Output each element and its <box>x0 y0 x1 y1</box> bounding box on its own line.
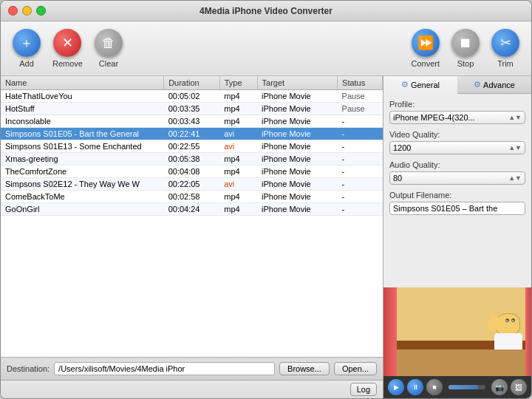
file-type: mp4 <box>219 103 257 115</box>
file-target: iPhone Movie <box>257 191 337 203</box>
file-target: iPhone Movie <box>257 140 337 153</box>
status-badge: Pause <box>338 103 383 115</box>
file-type: avi <box>219 178 257 191</box>
status-badge: - <box>338 115 383 128</box>
file-type: mp4 <box>219 90 257 103</box>
clear-button[interactable]: 🗑 Clear <box>90 26 127 71</box>
preview-extra-button[interactable]: 🖼 <box>511 379 527 395</box>
file-name: GoOnGirl <box>1 203 164 216</box>
table-row[interactable]: GoOnGirl00:04:24mp4iPhone Movie- <box>1 203 383 216</box>
file-target: iPhone Movie <box>257 90 337 103</box>
file-type: avi <box>219 140 257 153</box>
settings-area: Profile: iPhone MPEG-4(320... ▲▼ Video Q… <box>383 94 531 287</box>
convert-button[interactable]: ⏩ Convert <box>406 26 444 71</box>
file-name: Simpsons S02E12 - They Way We W <box>1 178 164 191</box>
file-name: Simpsons S01E13 - Some Enchanted <box>1 140 164 153</box>
file-duration: 00:04:08 <box>164 166 220 178</box>
preview-controls: ▶ ⏸ ■ 📷 🖼 <box>383 376 531 398</box>
file-name: Xmas-greeting <box>1 153 164 166</box>
tab-advance[interactable]: ⚙ Advance <box>457 76 531 93</box>
convert-icon: ⏩ <box>412 29 440 57</box>
destination-label: Destination: <box>7 364 50 373</box>
table-row[interactable]: Inconsolable00:03:43mp4iPhone Movie- <box>1 115 383 128</box>
stop-button[interactable]: ⏹ Stop <box>447 26 484 71</box>
remove-button[interactable]: ✕ Remove <box>48 26 87 71</box>
file-duration: 00:02:58 <box>164 191 220 203</box>
file-target: iPhone Movie <box>257 115 337 128</box>
gear-icon: ⚙ <box>401 80 409 89</box>
file-name: ComeBackToMe <box>1 191 164 203</box>
file-type: mp4 <box>219 166 257 178</box>
col-name[interactable]: Name <box>1 76 164 90</box>
add-button[interactable]: ＋ Add <box>8 26 45 71</box>
table-row[interactable]: HotStuff00:03:35mp4iPhone MoviePause <box>1 103 383 115</box>
table-row[interactable]: ComeBackToMe00:02:58mp4iPhone Movie- <box>1 191 383 203</box>
file-name: Inconsolable <box>1 115 164 128</box>
file-target: iPhone Movie <box>257 166 337 178</box>
table-row[interactable]: Simpsons S02E12 - They Way We W00:22:05a… <box>1 178 383 191</box>
table-row[interactable]: Simpsons S01E13 - Some Enchanted00:22:55… <box>1 140 383 153</box>
pause-button[interactable]: ⏸ <box>407 379 423 395</box>
tab-general[interactable]: ⚙ General <box>383 76 457 94</box>
file-type: mp4 <box>219 191 257 203</box>
open-button[interactable]: Open... <box>334 362 377 375</box>
tab-bar: ⚙ General ⚙ Advance <box>383 76 531 94</box>
file-duration: 00:05:38 <box>164 153 220 166</box>
settings-icon: ⚙ <box>474 80 481 89</box>
trim-icon: ✂ <box>491 29 519 57</box>
close-button[interactable] <box>8 6 18 16</box>
file-target: iPhone Movie <box>257 153 337 166</box>
video-quality-label: Video Quality: <box>389 130 525 139</box>
bottom-bar: Destination: /Users/xilisoft/Movies/4Med… <box>1 357 383 380</box>
file-target: iPhone Movie <box>257 128 337 140</box>
profile-select[interactable]: iPhone MPEG-4(320... ▲▼ <box>389 111 525 124</box>
file-name: Simpsons S01E05 - Bart the General <box>1 128 164 140</box>
video-quality-arrows: ▲▼ <box>508 144 522 151</box>
trim-button[interactable]: ✂ Trim <box>487 26 524 71</box>
col-type[interactable]: Type <box>219 76 257 90</box>
table-row[interactable]: TheComfortZone00:04:08mp4iPhone Movie- <box>1 166 383 178</box>
log-bar: Log <box>1 380 383 398</box>
toolbar: ＋ Add ✕ Remove 🗑 Clear ⏩ Convert ⏹ Stop … <box>1 21 531 76</box>
status-badge: - <box>338 191 383 203</box>
maximize-button[interactable] <box>36 6 46 16</box>
right-panel: ⚙ General ⚙ Advance Profile: iPhone MPEG… <box>383 76 531 398</box>
content-area: Name Duration Type Target Status HateTha… <box>1 76 531 398</box>
status-badge: - <box>338 128 383 140</box>
file-table[interactable]: Name Duration Type Target Status HateTha… <box>1 76 383 357</box>
screenshot-button[interactable]: 📷 <box>491 379 508 395</box>
table-row[interactable]: Xmas-greeting00:05:38mp4iPhone Movie- <box>1 153 383 166</box>
audio-quality-group: Audio Quality: 80 ▲▼ <box>389 160 525 185</box>
window-title: 4Media iPhone Video Converter <box>200 6 332 16</box>
preview-progress[interactable] <box>449 385 485 389</box>
log-button[interactable]: Log <box>350 383 377 396</box>
titlebar: 4Media iPhone Video Converter <box>1 1 531 21</box>
minimize-button[interactable] <box>22 6 32 16</box>
table-row[interactable]: Simpsons S01E05 - Bart the General00:22:… <box>1 128 383 140</box>
col-status[interactable]: Status <box>338 76 383 90</box>
status-badge: - <box>338 203 383 216</box>
table-row[interactable]: HateThatILoveYou00:05:02mp4iPhone MovieP… <box>1 90 383 103</box>
destination-path: /Users/xilisoft/Movies/4Media iPhor <box>54 362 275 375</box>
file-type: mp4 <box>219 115 257 128</box>
status-badge: - <box>338 140 383 153</box>
main-window: 4Media iPhone Video Converter ＋ Add ✕ Re… <box>0 0 532 399</box>
stop-preview-button[interactable]: ■ <box>426 379 443 395</box>
file-duration: 00:22:55 <box>164 140 220 153</box>
status-badge: - <box>338 178 383 191</box>
file-target: iPhone Movie <box>257 178 337 191</box>
browse-button[interactable]: Browse... <box>279 362 330 375</box>
file-name: HateThatILoveYou <box>1 90 164 103</box>
profile-group: Profile: iPhone MPEG-4(320... ▲▼ <box>389 100 525 124</box>
output-filename-value[interactable]: Simpsons S01E05 – Bart the <box>389 202 525 215</box>
preview-area <box>383 287 531 376</box>
output-filename-group: Output Filename: Simpsons S01E05 – Bart … <box>389 191 525 215</box>
audio-quality-input[interactable]: 80 ▲▼ <box>389 171 525 185</box>
file-name: TheComfortZone <box>1 166 164 178</box>
file-type: mp4 <box>219 153 257 166</box>
col-target[interactable]: Target <box>257 76 337 90</box>
video-quality-input[interactable]: 1200 ▲▼ <box>389 141 525 154</box>
play-button[interactable]: ▶ <box>388 379 404 395</box>
stop-icon: ⏹ <box>451 29 480 57</box>
col-duration[interactable]: Duration <box>164 76 220 90</box>
